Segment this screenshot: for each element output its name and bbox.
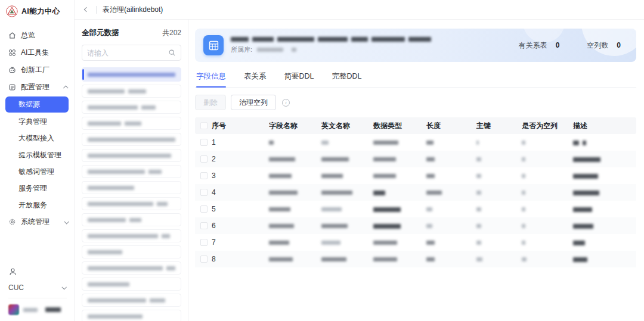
table-row[interactable]: 5: [195, 201, 636, 217]
table-title-redacted: [231, 37, 431, 42]
list-item-text-redacted: [88, 105, 138, 110]
sidebar-item-overview[interactable]: 总览: [0, 27, 74, 44]
list-item[interactable]: [82, 117, 181, 130]
sidebar-item-datasource[interactable]: 数据源: [5, 96, 69, 113]
row-checkbox[interactable]: [200, 205, 208, 213]
row-checkbox[interactable]: [200, 139, 208, 146]
org-selector[interactable]: CUC: [8, 283, 67, 292]
cell-redacted: [269, 257, 293, 261]
info-icon[interactable]: i: [282, 99, 290, 107]
list-item[interactable]: [82, 294, 181, 307]
search-input[interactable]: [87, 49, 165, 57]
row-checkbox[interactable]: [200, 155, 208, 163]
tab-full-ddl[interactable]: 完整DDL: [332, 71, 362, 87]
list-item[interactable]: [82, 261, 181, 275]
cell-redacted: [476, 241, 481, 245]
cell-redacted: [573, 257, 587, 262]
sidebar-user-area: CUC: [0, 264, 74, 321]
cell-redacted: [522, 141, 525, 145]
delete-button[interactable]: 删除: [195, 95, 226, 110]
app-logo: AI能力中心: [0, 0, 74, 22]
table-row[interactable]: 1: [195, 134, 636, 151]
sidebar-item-config-management[interactable]: 配置管理: [0, 79, 74, 96]
sidebar-item-dictionary[interactable]: 字典管理: [0, 113, 74, 130]
list-item[interactable]: [82, 197, 181, 210]
table-header-row: 序号 字段名称 英文名称 数据类型 长度 主键 是否为空列 描述: [195, 117, 636, 134]
list-item[interactable]: [82, 181, 181, 194]
sidebar-item-service-management[interactable]: 服务管理: [0, 180, 74, 197]
tab-brief-ddl[interactable]: 简要DDL: [284, 71, 314, 87]
chevron-down-icon: [61, 285, 66, 289]
cell-redacted: [321, 207, 342, 211]
sidebar-item-label: 总览: [21, 30, 35, 40]
list-item[interactable]: [82, 245, 181, 258]
table-row[interactable]: 6: [195, 217, 636, 234]
list-item[interactable]: [82, 85, 181, 98]
cell-redacted: [573, 224, 593, 229]
table-row[interactable]: 8: [195, 251, 636, 267]
tab-table-relations[interactable]: 表关系: [244, 71, 267, 87]
breadcrumb: 表治理(ailinkdebot): [103, 5, 163, 15]
sidebar-item-label: AI工具集: [21, 48, 49, 58]
cell-redacted: [476, 141, 479, 145]
cell-redacted: [321, 224, 348, 228]
cell-redacted: [269, 241, 289, 245]
chevron-up-icon: [63, 85, 68, 90]
cell-redacted: [476, 257, 482, 261]
row-checkbox[interactable]: [200, 222, 208, 229]
tab-field-info[interactable]: 字段信息: [196, 71, 226, 87]
row-checkbox[interactable]: [200, 172, 208, 179]
row-checkbox[interactable]: [200, 239, 208, 246]
sidebar-item-sensitive-words[interactable]: 敏感词管理: [0, 163, 74, 180]
row-checkbox[interactable]: [200, 255, 208, 263]
sidebar-item-label: 开放服务: [18, 200, 47, 210]
sidebar-item-label: 提示模板管理: [18, 150, 61, 160]
table-row[interactable]: 2: [195, 151, 636, 167]
back-button[interactable]: [82, 5, 91, 14]
list-item[interactable]: [82, 229, 181, 242]
sidebar-item-prompt-template[interactable]: 提示模板管理: [0, 147, 74, 163]
list-item[interactable]: [82, 278, 181, 291]
sidebar: AI能力中心 总览 AI工具集 创新工厂 配置管理: [0, 0, 75, 321]
chevron-down-icon: [64, 219, 69, 224]
list-item-text-redacted: [88, 298, 146, 303]
select-all-checkbox[interactable]: [200, 122, 208, 129]
list-item-text-redacted: [88, 234, 158, 238]
table-row[interactable]: 3: [195, 167, 636, 184]
home-icon: [8, 32, 16, 40]
govern-empty-columns-button[interactable]: 治理空列: [231, 95, 276, 110]
db-name-redacted: [257, 48, 283, 52]
sidebar-item-label: 服务管理: [18, 183, 47, 194]
search-box[interactable]: [82, 45, 181, 61]
chevron-left-icon: [84, 7, 89, 12]
col-header: 长度: [426, 121, 476, 131]
list-item[interactable]: [82, 101, 181, 114]
field-table: 序号 字段名称 英文名称 数据类型 长度 主键 是否为空列 描述 1 2: [195, 117, 636, 267]
cell-redacted: [522, 191, 525, 195]
list-item-text-redacted: [128, 89, 146, 94]
cell-redacted: [583, 141, 586, 145]
list-item[interactable]: [82, 213, 181, 226]
sidebar-item-llm-access[interactable]: 大模型接入: [0, 130, 74, 147]
stat-related-tables: 有关系表 0: [519, 40, 560, 51]
list-item-text-redacted: [150, 298, 165, 303]
sidebar-item-system-management[interactable]: 系统管理: [0, 213, 74, 230]
list-item[interactable]: [82, 310, 181, 321]
table-row[interactable]: 7: [195, 234, 636, 251]
list-item[interactable]: [82, 67, 181, 82]
sidebar-item-ai-tools[interactable]: AI工具集: [0, 44, 74, 61]
list-item-text-redacted: [88, 89, 125, 94]
list-item[interactable]: [82, 133, 181, 146]
list-item-text-redacted: [88, 154, 171, 158]
tab-bar: 字段信息 表关系 简要DDL 完整DDL: [195, 71, 636, 88]
table-row[interactable]: 4: [195, 184, 636, 201]
cell-redacted: [269, 174, 292, 178]
list-item-text-redacted: [88, 170, 145, 174]
list-item[interactable]: [82, 149, 181, 162]
stat-value: 0: [556, 41, 560, 49]
sidebar-item-open-service[interactable]: 开放服务: [0, 197, 74, 213]
user-profile[interactable]: [8, 304, 67, 315]
sidebar-item-innovation-factory[interactable]: 创新工厂: [0, 61, 74, 79]
row-checkbox[interactable]: [200, 189, 208, 196]
list-item[interactable]: [82, 165, 181, 178]
